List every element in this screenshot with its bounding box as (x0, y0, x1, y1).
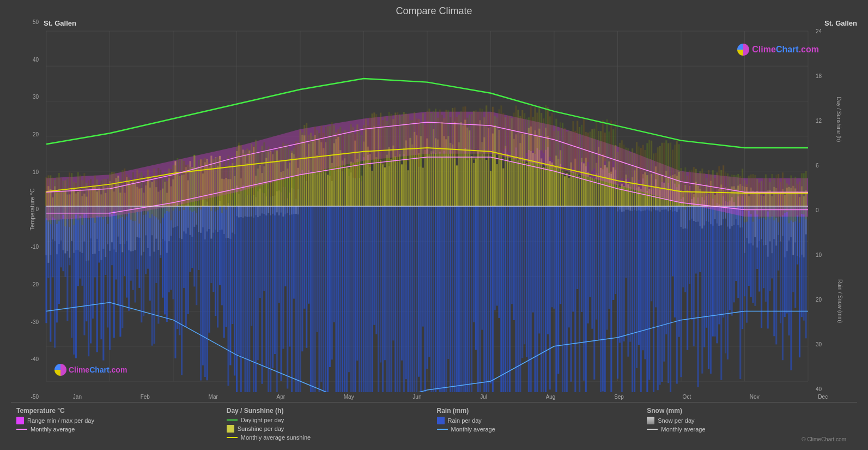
x-tick: Feb (141, 394, 150, 400)
y-left-tick: -40 (31, 356, 39, 362)
x-tick: Jun (412, 394, 421, 400)
x-tick: Oct (683, 394, 691, 400)
page-title: Compare Climate (11, 5, 857, 17)
legend-label-daylight: Daylight per day (241, 417, 284, 423)
climate-chart-canvas (44, 28, 814, 392)
y-left-tick: 30 (33, 94, 39, 100)
y-axis-right-rain-label: Rain / Snow (mm) (836, 279, 842, 323)
logo-text-bottom: ClimeChart.com (69, 365, 127, 374)
legend-area: Temperature °C Range min / max per day M… (11, 402, 857, 445)
y-right-tick: 30 (816, 341, 857, 347)
legend-label-snow-avg: Monthly average (661, 426, 705, 433)
legend-label-temp-avg: Monthly average (31, 426, 75, 433)
legend-section-snow: Snow (mm) Snow per day Monthly average ©… (647, 407, 852, 442)
logo-top-right: ClimeChart.com (737, 44, 819, 56)
x-tick: Mar (209, 394, 218, 400)
legend-color-rain-avg (437, 429, 448, 430)
chart-canvas-container: ClimeChart.com (44, 28, 814, 392)
x-tick: Dec (818, 394, 828, 400)
x-tick: Nov (750, 394, 760, 400)
legend-item-rain-box: Rain per day (437, 417, 642, 424)
legend-section-sunshine: Day / Sunshine (h) Daylight per day Suns… (227, 407, 432, 442)
y-axis-left: Temperature °C 50403020100-10-20-30-40-5… (11, 19, 44, 400)
y-left-tick: -30 (31, 319, 39, 325)
location-label-left: St. Gallen (44, 19, 76, 27)
chart-wrapper: Temperature °C 50403020100-10-20-30-40-5… (11, 19, 857, 400)
logo-text-top: ClimeChart.com (752, 45, 819, 55)
legend-label-rain-avg: Monthly average (451, 426, 495, 433)
y-left-tick: 10 (33, 169, 39, 175)
y-left-tick: 0 (35, 206, 39, 212)
legend-title-temp: Temperature °C (16, 407, 221, 415)
y-right-tick: 24 (816, 28, 857, 34)
copyright-label: © ClimeChart.com (647, 436, 852, 442)
y-left-tick: -20 (31, 281, 39, 287)
logo-circle-bottom (54, 364, 66, 376)
legend-title-snow: Snow (mm) (647, 407, 852, 415)
chart-area-container: St. Gallen St. Gallen ClimeChart.com (44, 19, 857, 400)
chart-and-right: ClimeChart.com 2418126010203040 Day / Su… (44, 28, 857, 392)
legend-color-sunshine-box (227, 425, 234, 433)
x-tick: Sep (614, 394, 624, 400)
x-axis: JanFebMarAprMayJunJulAugSepOctNovDec (44, 392, 857, 400)
legend-title-sunshine: Day / Sunshine (h) (227, 407, 432, 415)
legend-color-temp-range (16, 417, 24, 424)
legend-color-temp-avg (16, 429, 27, 430)
x-tick: Apr (277, 394, 286, 400)
legend-color-rain-box (437, 417, 445, 424)
legend-label-rain-box: Rain per day (448, 417, 482, 424)
x-tick: Jul (480, 394, 487, 400)
y-left-tick: 50 (33, 19, 39, 25)
legend-item-sunshine-box: Sunshine per day (227, 425, 432, 433)
legend-item-temp-avg: Monthly average (16, 426, 221, 433)
legend-label-sunshine-avg: Monthly average sunshine (241, 434, 311, 441)
location-label-right: St. Gallen (824, 19, 857, 27)
y-axis-right-sunshine-ticks: 2418126010203040 (814, 28, 857, 392)
page-container: Compare Climate Temperature °C 504030201… (0, 0, 868, 450)
legend-item-temp-range: Range min / max per day (16, 417, 221, 424)
x-tick: May (344, 394, 354, 400)
y-right-tick: 10 (816, 252, 857, 258)
y-left-tick: -50 (31, 394, 39, 400)
legend-label-temp-range: Range min / max per day (27, 417, 94, 424)
x-tick: Jan (73, 394, 82, 400)
legend-title-rain: Rain (mm) (437, 407, 642, 415)
y-left-tick: 20 (33, 131, 39, 137)
legend-color-daylight (227, 419, 238, 421)
y-right-tick: 0 (816, 207, 857, 213)
legend-item-snow-avg: Monthly average (647, 426, 852, 433)
y-right-tick: 18 (816, 73, 857, 79)
legend-item-snow-box: Snow per day (647, 417, 852, 424)
logo-bottom-left: ClimeChart.com (54, 364, 127, 376)
legend-color-sunshine-avg (227, 437, 238, 438)
legend-label-snow-box: Snow per day (658, 417, 694, 424)
legend-item-daylight: Daylight per day (227, 417, 432, 423)
legend-section-rain: Rain (mm) Rain per day Monthly average (437, 407, 642, 442)
y-right-tick: 40 (816, 386, 857, 392)
legend-item-rain-avg: Monthly average (437, 426, 642, 433)
legend-color-snow-avg (647, 429, 658, 430)
y-left-tick: -10 (31, 244, 39, 250)
y-axis-left-label: Temperature °C (29, 188, 35, 230)
y-axis-right: 2418126010203040 Day / Sunshine (h) Rain… (814, 28, 857, 392)
logo-circle-top (737, 44, 749, 56)
legend-section-temperature: Temperature °C Range min / max per day M… (16, 407, 221, 442)
x-tick: Aug (546, 394, 556, 400)
legend-label-sunshine-box: Sunshine per day (238, 425, 284, 432)
location-labels: St. Gallen St. Gallen (44, 19, 857, 28)
legend-item-sunshine-avg: Monthly average sunshine (227, 434, 432, 441)
y-axis-right-sunshine-label: Day / Sunshine (h) (836, 97, 842, 142)
y-right-tick: 6 (816, 163, 857, 169)
legend-color-snow-box (647, 417, 654, 424)
y-left-tick: 40 (33, 57, 39, 63)
